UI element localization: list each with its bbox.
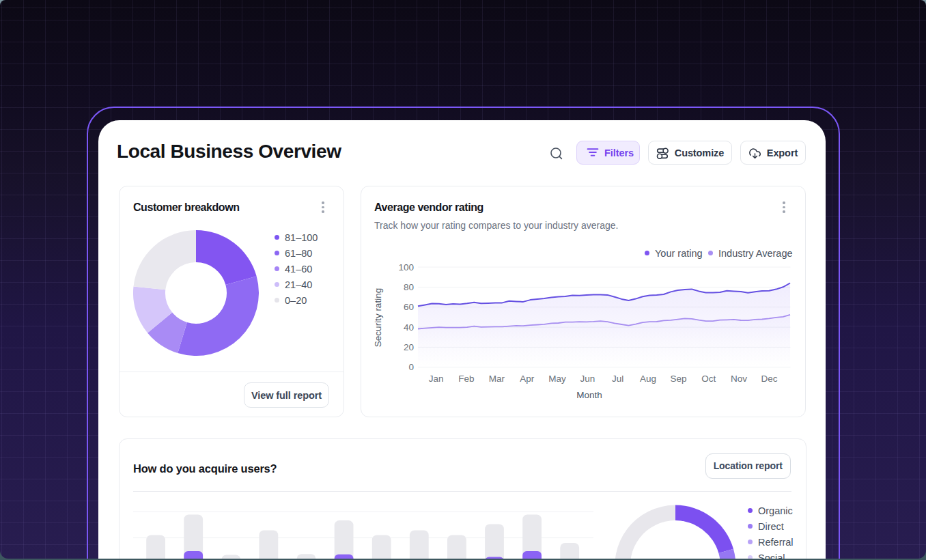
svg-text:0: 0 (408, 362, 414, 372)
svg-text:Nov: Nov (731, 374, 747, 384)
svg-text:20: 20 (404, 342, 414, 352)
svg-text:Oct: Oct (701, 374, 716, 384)
svg-text:Month: Month (576, 390, 602, 400)
svg-text:60: 60 (404, 302, 414, 312)
svg-text:Jun: Jun (580, 374, 595, 384)
svg-text:Mar: Mar (489, 374, 505, 384)
svg-text:Jan: Jan (429, 374, 444, 384)
svg-text:Dec: Dec (761, 374, 777, 384)
svg-text:Sep: Sep (670, 374, 686, 384)
svg-text:Apr: Apr (520, 374, 535, 384)
svg-text:Security rating: Security rating (373, 288, 383, 347)
svg-text:80: 80 (404, 282, 414, 292)
svg-text:Feb: Feb (458, 374, 474, 384)
svg-text:Jul: Jul (612, 374, 623, 384)
svg-text:Aug: Aug (640, 374, 656, 384)
svg-text:100: 100 (398, 262, 414, 272)
svg-text:40: 40 (404, 322, 414, 333)
svg-text:May: May (548, 374, 566, 384)
